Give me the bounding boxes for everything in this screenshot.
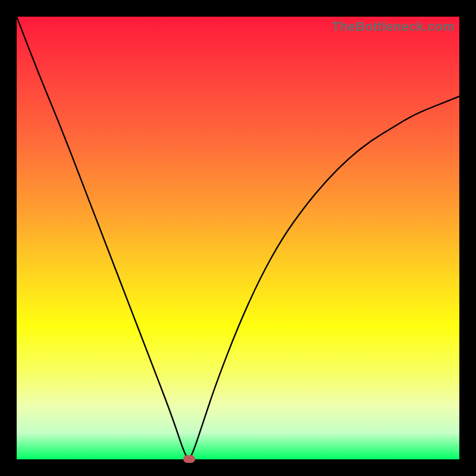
optimal-point-marker <box>183 455 195 463</box>
bottleneck-curve <box>17 17 459 459</box>
curve-path <box>17 17 459 458</box>
chart-container: TheBottleneck.com <box>0 0 476 476</box>
plot-area: TheBottleneck.com <box>17 17 459 459</box>
